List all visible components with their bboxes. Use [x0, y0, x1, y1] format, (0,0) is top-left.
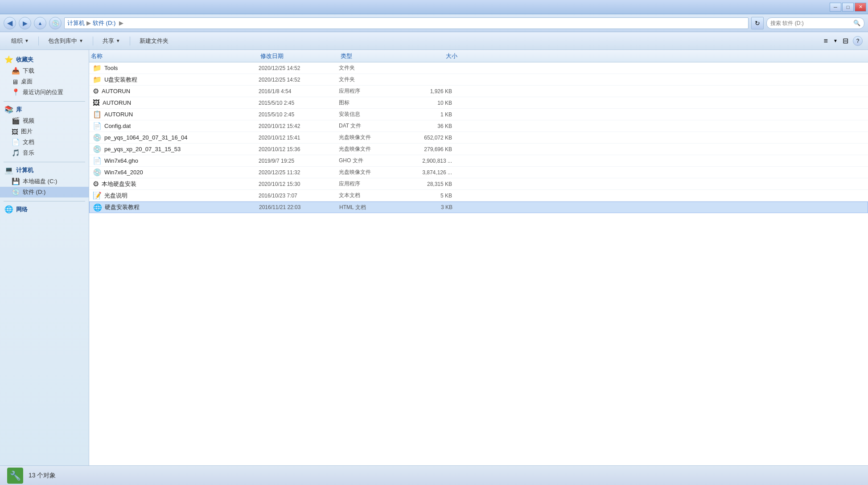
sidebar-favorites-label: 收藏夹 [16, 56, 33, 64]
sidebar-item-desktop[interactable]: 🖥 桌面 [0, 76, 89, 87]
sidebar-item-d-drive-label: 软件 (D:) [23, 188, 45, 196]
main-area: ⭐ 收藏夹 📥 下载 🖥 桌面 📍 最近访问的位置 📚 库 [0, 50, 868, 465]
organize-button[interactable]: 组织 ▼ [5, 34, 35, 48]
file-size-cell: 1 KB [401, 111, 459, 118]
file-name-cell: 📋 AUTORUN [89, 110, 259, 119]
file-type-cell: 安装信息 [339, 111, 401, 118]
recent-icon: 📍 [12, 88, 20, 96]
file-size-cell: 2,900,813 ... [401, 158, 459, 164]
table-row[interactable]: 📋 AUTORUN 2015/5/10 2:45 安装信息 1 KB [89, 109, 868, 120]
file-name-cell: 📁 Tools [89, 64, 259, 72]
sidebar-item-downloads[interactable]: 📥 下载 [0, 66, 89, 76]
minimize-button[interactable]: ─ [830, 3, 841, 12]
file-size-cell: 28,315 KB [401, 181, 459, 187]
status-bar: 🔧 13 个对象 [0, 465, 868, 485]
table-row[interactable]: 🌐 硬盘安装教程 2016/11/21 22:03 HTML 文档 3 KB [89, 201, 868, 213]
table-row[interactable]: 📁 U盘安装教程 2020/12/25 14:52 文件夹 [89, 74, 868, 86]
view-panel-button[interactable]: ⊟ [839, 35, 851, 47]
back-button[interactable]: ◀ [4, 17, 16, 29]
file-date-cell: 2015/5/10 2:45 [259, 111, 339, 118]
address-bar: ◀ ▶ ▲ 💿 计算机 ▶ 软件 (D:) ▶ ↻ 🔍 [0, 14, 868, 32]
file-date-cell: 2016/1/8 4:54 [259, 88, 339, 95]
include-library-label: 包含到库中 [48, 37, 77, 45]
col-header-name[interactable]: 名称 [89, 52, 259, 60]
share-button[interactable]: 共享 ▼ [97, 34, 126, 48]
view-dropdown-icon[interactable]: ▼ [833, 38, 838, 43]
toolbar-sep-3 [130, 37, 130, 45]
desktop-icon: 🖥 [12, 78, 18, 86]
table-row[interactable]: ⚙ 本地硬盘安装 2020/10/12 15:30 应用程序 28,315 KB [89, 178, 868, 190]
table-row[interactable]: 📄 Config.dat 2020/10/12 15:42 DAT 文件 36 … [89, 120, 868, 132]
file-name-text: Win7x64_2020 [104, 169, 143, 176]
maximize-button[interactable]: □ [842, 3, 854, 12]
file-name-cell: 🌐 硬盘安装教程 [90, 203, 259, 212]
sidebar-header-favorites[interactable]: ⭐ 收藏夹 [0, 53, 89, 66]
col-header-type[interactable]: 类型 [339, 52, 401, 60]
file-type-icon: ⚙ [93, 180, 99, 188]
breadcrumb-computer[interactable]: 计算机 [67, 19, 85, 27]
sidebar-item-c-drive-label: 本地磁盘 (C:) [23, 177, 57, 185]
sidebar-section-library: 📚 库 🎬 视频 🖼 图片 📄 文档 🎵 音乐 [0, 103, 89, 158]
file-size-cell: 652,072 KB [401, 135, 459, 141]
breadcrumb-arrow: ▶ [119, 20, 123, 26]
up-button[interactable]: ▲ [34, 17, 46, 29]
sidebar-item-c-drive[interactable]: 💾 本地磁盘 (C:) [0, 176, 89, 187]
sidebar-item-videos[interactable]: 🎬 视频 [0, 115, 89, 126]
file-name-cell: 🖼 AUTORUN [89, 99, 259, 107]
file-type-icon: 🌐 [93, 203, 102, 212]
sidebar-item-documents-label: 文档 [23, 138, 34, 146]
help-button[interactable]: ? [853, 36, 863, 46]
library-icon: 📚 [4, 105, 13, 114]
file-date-cell: 2015/5/10 2:45 [259, 100, 339, 106]
file-type-cell: 文件夹 [339, 76, 401, 83]
sidebar-section-network: 🌐 网络 [0, 203, 89, 215]
view-toggle-button[interactable]: ≡ [820, 35, 831, 47]
table-row[interactable]: 📄 Win7x64.gho 2019/9/7 19:25 GHO 文件 2,90… [89, 155, 868, 167]
network-icon: 🌐 [4, 205, 13, 214]
file-size-cell: 36 KB [401, 123, 459, 129]
table-row[interactable]: 💿 pe_yqs_1064_20_07_31_16_04 2020/10/12 … [89, 132, 868, 144]
file-name-text: AUTORUN [103, 99, 131, 106]
sidebar-item-images[interactable]: 🖼 图片 [0, 126, 89, 137]
sidebar-item-music[interactable]: 🎵 音乐 [0, 148, 89, 158]
include-library-button[interactable]: 包含到库中 ▼ [42, 34, 89, 48]
sidebar-header-computer[interactable]: 💻 计算机 [0, 164, 89, 176]
col-header-size[interactable]: 大小 [401, 52, 459, 60]
file-area: 名称 修改日期 类型 大小 📁 Tools 2020/12/25 14:52 文… [89, 50, 868, 465]
close-button[interactable]: ✕ [855, 3, 866, 12]
file-list: 📁 Tools 2020/12/25 14:52 文件夹 📁 U盘安装教程 20… [89, 62, 868, 465]
refresh-button[interactable]: ↻ [751, 17, 764, 29]
file-size-cell: 5 KB [401, 193, 459, 199]
file-size-cell: 1,926 KB [401, 88, 459, 95]
file-type-cell: 光盘映像文件 [339, 145, 401, 153]
new-folder-button[interactable]: 新建文件夹 [134, 34, 174, 48]
sidebar-header-network[interactable]: 🌐 网络 [0, 203, 89, 215]
sidebar-divider-1 [4, 101, 85, 102]
search-input[interactable] [770, 20, 852, 26]
table-row[interactable]: 📁 Tools 2020/12/25 14:52 文件夹 [89, 62, 868, 74]
computer-icon: 💻 [4, 166, 13, 174]
table-row[interactable]: 📝 光盘说明 2016/10/23 7:07 文本文档 5 KB [89, 190, 868, 201]
sidebar-divider-3 [4, 201, 85, 201]
sidebar-item-documents[interactable]: 📄 文档 [0, 137, 89, 148]
download-icon: 📥 [12, 67, 20, 75]
file-type-cell: 应用程序 [339, 180, 401, 188]
breadcrumb-d-drive[interactable]: 软件 (D:) [93, 19, 115, 27]
col-header-date[interactable]: 修改日期 [259, 52, 339, 60]
table-row[interactable]: ⚙ AUTORUN 2016/1/8 4:54 应用程序 1,926 KB [89, 86, 868, 97]
file-type-cell: 文件夹 [339, 64, 401, 72]
image-icon: 🖼 [12, 128, 18, 136]
table-row[interactable]: 💿 Win7x64_2020 2020/12/25 11:32 光盘映像文件 3… [89, 167, 868, 178]
table-row[interactable]: 💿 pe_yqs_xp_20_07_31_15_53 2020/10/12 15… [89, 144, 868, 155]
sidebar: ⭐ 收藏夹 📥 下载 🖥 桌面 📍 最近访问的位置 📚 库 [0, 50, 89, 465]
file-date-cell: 2020/10/12 15:41 [259, 135, 339, 141]
sidebar-item-recent[interactable]: 📍 最近访问的位置 [0, 87, 89, 98]
table-row[interactable]: 🖼 AUTORUN 2015/5/10 2:45 图标 10 KB [89, 97, 868, 109]
forward-button[interactable]: ▶ [19, 17, 31, 29]
sidebar-item-d-drive[interactable]: 💿 软件 (D:) [0, 187, 89, 197]
search-icon[interactable]: 🔍 [853, 20, 860, 26]
file-size-cell: 10 KB [401, 100, 459, 106]
file-type-cell: DAT 文件 [339, 122, 401, 130]
view-controls: ≡ ▼ ⊟ ? [820, 35, 863, 47]
sidebar-header-library[interactable]: 📚 库 [0, 103, 89, 115]
